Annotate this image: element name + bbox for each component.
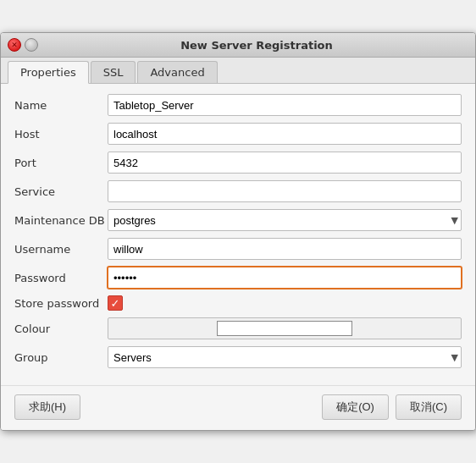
service-input[interactable] bbox=[108, 180, 462, 202]
footer-left: 求助(H) bbox=[14, 394, 80, 420]
group-field: Servers ▼ bbox=[108, 346, 462, 368]
username-field bbox=[108, 238, 462, 260]
colour-box bbox=[217, 321, 352, 336]
port-input[interactable] bbox=[108, 152, 462, 174]
cancel-button[interactable]: 取消(C) bbox=[396, 394, 462, 420]
username-row: Username bbox=[14, 238, 462, 260]
host-label: Host bbox=[14, 128, 108, 141]
storepassword-row: Store password bbox=[14, 295, 462, 311]
group-label: Group bbox=[14, 351, 108, 364]
tab-bar: Properties SSL Advanced bbox=[1, 58, 475, 84]
password-row: Password bbox=[14, 267, 462, 289]
tab-advanced[interactable]: Advanced bbox=[137, 61, 217, 83]
minimize-button[interactable] bbox=[25, 38, 38, 52]
maintenancedb-row: Maintenance DB postgres ▼ bbox=[14, 209, 462, 231]
colour-preview-area bbox=[112, 321, 457, 336]
colour-field bbox=[108, 317, 462, 339]
colour-picker[interactable] bbox=[108, 317, 462, 339]
name-label: Name bbox=[14, 99, 108, 112]
group-select[interactable]: Servers bbox=[108, 346, 462, 368]
name-row: Name bbox=[14, 94, 462, 116]
tab-ssl[interactable]: SSL bbox=[91, 61, 136, 83]
form-content: Name Host Port Service bbox=[1, 84, 475, 385]
window: ✕ New Server Registration Properties SSL… bbox=[0, 32, 476, 431]
help-button[interactable]: 求助(H) bbox=[14, 394, 80, 420]
service-row: Service bbox=[14, 180, 462, 202]
password-field bbox=[108, 267, 462, 289]
port-label: Port bbox=[14, 157, 108, 169]
storepassword-checkbox[interactable] bbox=[108, 295, 123, 311]
colour-row: Colour bbox=[14, 317, 462, 339]
storepassword-field bbox=[108, 295, 462, 311]
window-title: New Server Registration bbox=[45, 39, 468, 52]
storepassword-label: Store password bbox=[14, 297, 108, 310]
password-label: Password bbox=[14, 272, 108, 284]
port-field bbox=[108, 152, 462, 174]
maintenancedb-label: Maintenance DB bbox=[14, 214, 108, 227]
titlebar: ✕ New Server Registration bbox=[1, 33, 475, 58]
host-input[interactable] bbox=[108, 123, 462, 145]
name-input[interactable] bbox=[108, 94, 462, 116]
titlebar-buttons: ✕ bbox=[8, 38, 38, 52]
colour-label: Colour bbox=[14, 322, 108, 335]
maintenancedb-select[interactable]: postgres bbox=[108, 209, 462, 231]
group-row: Group Servers ▼ bbox=[14, 346, 462, 368]
password-input[interactable] bbox=[108, 267, 462, 289]
username-label: Username bbox=[14, 243, 108, 256]
service-label: Service bbox=[14, 185, 108, 198]
port-row: Port bbox=[14, 152, 462, 174]
footer: 求助(H) 确定(O) 取消(C) bbox=[1, 385, 475, 430]
footer-right: 确定(O) 取消(C) bbox=[322, 394, 462, 420]
close-button[interactable]: ✕ bbox=[8, 38, 21, 52]
host-row: Host bbox=[14, 123, 462, 145]
host-field bbox=[108, 123, 462, 145]
username-input[interactable] bbox=[108, 238, 462, 260]
name-field bbox=[108, 94, 462, 116]
maintenancedb-field: postgres ▼ bbox=[108, 209, 462, 231]
tab-properties[interactable]: Properties bbox=[8, 61, 89, 84]
ok-button[interactable]: 确定(O) bbox=[322, 394, 389, 420]
service-field bbox=[108, 180, 462, 202]
